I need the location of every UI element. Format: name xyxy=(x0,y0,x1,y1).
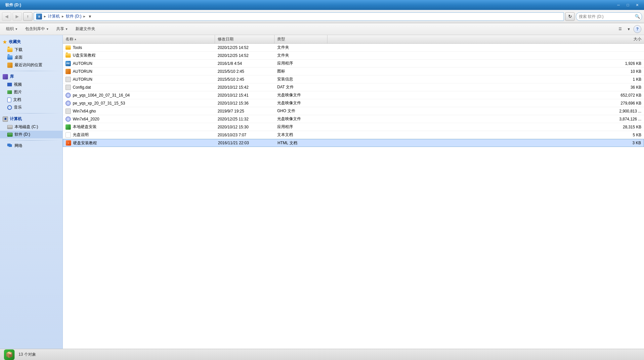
table-row[interactable]: AUTORUN2015/5/10 2:45安装信息1 KB xyxy=(63,75,644,83)
library-icon xyxy=(3,74,8,79)
file-size-cell: 5 KB xyxy=(327,133,644,137)
share-button[interactable]: 共享 ▼ xyxy=(53,24,71,34)
file-size-cell: 279,696 KB xyxy=(327,101,644,106)
computer-section: 🖥 计算机 本地磁盘 (C:) 软件 (D:) xyxy=(0,115,63,138)
favorites-label: 收藏夹 xyxy=(9,39,21,45)
view-list-button[interactable]: ☰ xyxy=(616,25,624,33)
sidebar-item-music[interactable]: 音乐 xyxy=(0,104,63,111)
main-content: ★ 收藏夹 下载 桌面 最近访问的位置 库 xyxy=(0,35,644,349)
add-to-library-button[interactable]: 包含到库中 ▼ xyxy=(22,24,52,34)
software-disk-icon xyxy=(7,133,13,137)
sidebar: ★ 收藏夹 下载 桌面 最近访问的位置 库 xyxy=(0,35,63,349)
table-row[interactable]: 光盘说明2016/10/23 7:07文本文档5 KB xyxy=(63,131,644,139)
close-button[interactable]: ✕ xyxy=(633,2,641,8)
sidebar-item-software-disk[interactable]: 软件 (D:) xyxy=(0,131,63,138)
table-row[interactable]: Win7x64.gho2019/9/7 19:25GHO 文件2,900,813… xyxy=(63,107,644,115)
table-row[interactable]: REAUTORUN2016/1/8 4:54应用程序1,926 KB xyxy=(63,60,644,68)
dat-icon xyxy=(65,77,71,82)
forward-button[interactable]: ▶ xyxy=(13,12,22,21)
gho-icon xyxy=(65,109,71,114)
sidebar-item-picture[interactable]: 图片 xyxy=(0,88,63,96)
file-size-cell: 1,926 KB xyxy=(327,61,644,66)
view-details-arrow[interactable]: ▼ xyxy=(625,25,633,33)
organize-button[interactable]: 组织 ▼ xyxy=(3,24,21,34)
desktop-label: 桌面 xyxy=(15,55,22,60)
library-label: 库 xyxy=(10,74,14,79)
video-icon xyxy=(7,83,12,86)
new-folder-button[interactable]: 新建文件夹 xyxy=(72,24,99,34)
path-segment-drive[interactable]: 软件 (D:) xyxy=(66,14,81,19)
table-row[interactable]: Win7x64_20202020/12/25 11:32光盘映像文件3,874,… xyxy=(63,115,644,123)
sidebar-divider-3 xyxy=(3,140,60,141)
favorites-header[interactable]: ★ 收藏夹 xyxy=(0,38,63,46)
table-row[interactable]: U盘安装教程2020/12/25 14:52文件夹 xyxy=(63,52,644,60)
organize-label: 组织 xyxy=(6,26,14,32)
table-row[interactable]: e硬盘安装教程2016/11/21 22:03HTML 文档3 KB xyxy=(63,139,644,147)
add-to-library-arrow: ▼ xyxy=(46,27,49,31)
address-path[interactable]: 🖥 ► 计算机 ► 软件 (D:) ► ▼ xyxy=(34,12,564,21)
exe-green-icon xyxy=(65,124,71,130)
back-button[interactable]: ◀ xyxy=(2,12,11,21)
folder-icon xyxy=(65,45,71,50)
sidebar-item-recent[interactable]: 最近访问的位置 xyxy=(0,61,63,69)
computer-header[interactable]: 🖥 计算机 xyxy=(0,115,63,123)
file-date-cell: 2016/1/8 4:54 xyxy=(215,61,275,66)
library-header[interactable]: 库 xyxy=(0,72,63,81)
file-name-cell: Win7x64_2020 xyxy=(63,116,215,122)
table-row[interactable]: Tools2020/12/25 14:52文件夹 xyxy=(63,44,644,52)
sidebar-item-video[interactable]: 视频 xyxy=(0,81,63,88)
file-name-cell: 本地硬盘安装 xyxy=(63,124,215,130)
minimize-button[interactable]: ─ xyxy=(614,2,623,8)
network-section: 网络 xyxy=(0,142,63,150)
share-arrow: ▼ xyxy=(65,27,68,31)
file-date-cell: 2020/12/25 14:52 xyxy=(215,45,275,50)
favorites-section: ★ 收藏夹 下载 桌面 最近访问的位置 xyxy=(0,38,63,69)
file-size-cell: 652,072 KB xyxy=(327,93,644,98)
file-type-cell: 安装信息 xyxy=(275,76,327,82)
up-button[interactable]: ↑ xyxy=(23,12,32,21)
search-icon[interactable]: 🔍 xyxy=(635,14,640,19)
table-row[interactable]: AUTORUN2015/5/10 2:45图标10 KB xyxy=(63,68,644,75)
file-type-cell: 光盘映像文件 xyxy=(275,92,327,98)
file-size-cell: 1 KB xyxy=(327,77,644,82)
column-name[interactable]: 名称 ▲ xyxy=(63,35,215,43)
search-input[interactable] xyxy=(576,12,642,21)
file-date-cell: 2020/12/25 14:52 xyxy=(215,53,275,58)
local-disk-label: 本地磁盘 (C:) xyxy=(15,124,38,130)
file-name-cell: REAUTORUN xyxy=(63,61,215,66)
column-type[interactable]: 类型 xyxy=(275,35,327,43)
column-date[interactable]: 修改日期 xyxy=(215,35,275,43)
file-name-cell: AUTORUN xyxy=(63,77,215,82)
iso-icon xyxy=(65,101,71,106)
table-row[interactable]: 本地硬盘安装2020/10/12 15:30应用程序28,315 KB xyxy=(63,123,644,131)
path-segment-computer[interactable]: 计算机 xyxy=(48,14,60,19)
file-name: pe_yqs_1064_20_07_31_16_04 xyxy=(73,93,130,98)
iso-icon xyxy=(65,93,71,98)
recent-label: 最近访问的位置 xyxy=(15,62,42,68)
share-label: 共享 xyxy=(56,26,64,32)
sidebar-item-document[interactable]: 文档 xyxy=(0,96,63,104)
sidebar-item-local-disk[interactable]: 本地磁盘 (C:) xyxy=(0,123,63,131)
file-name: pe_yqs_xp_20_07_31_15_53 xyxy=(73,101,125,106)
path-arrow-3: ► xyxy=(83,15,86,18)
column-size[interactable]: 大小 xyxy=(327,35,644,43)
column-header: 名称 ▲ 修改日期 类型 大小 xyxy=(63,35,644,44)
desktop-folder-icon xyxy=(7,55,13,60)
maximize-button[interactable]: □ xyxy=(623,2,632,8)
file-name: 硬盘安装教程 xyxy=(73,140,97,146)
exe-icon: RE xyxy=(65,61,71,66)
picture-icon xyxy=(7,90,12,94)
path-dropdown[interactable]: ▼ xyxy=(87,13,93,20)
file-type-cell: 应用程序 xyxy=(275,61,327,66)
sidebar-item-downloads[interactable]: 下载 xyxy=(0,46,63,54)
table-row[interactable]: pe_yqs_xp_20_07_31_15_532020/10/12 15:36… xyxy=(63,99,644,107)
sidebar-item-network[interactable]: 网络 xyxy=(0,142,63,150)
table-row[interactable]: Config.dat2020/10/12 15:42DAT 文件36 KB xyxy=(63,83,644,91)
file-size-cell: 2,900,813 ... xyxy=(327,109,644,113)
table-row[interactable]: pe_yqs_1064_20_07_31_16_042020/10/12 15:… xyxy=(63,91,644,99)
new-folder-label: 新建文件夹 xyxy=(75,26,95,32)
refresh-button[interactable]: ↻ xyxy=(565,12,575,21)
help-button[interactable]: ? xyxy=(633,25,641,33)
sidebar-item-desktop[interactable]: 桌面 xyxy=(0,54,63,61)
file-name-cell: pe_yqs_xp_20_07_31_15_53 xyxy=(63,101,215,106)
